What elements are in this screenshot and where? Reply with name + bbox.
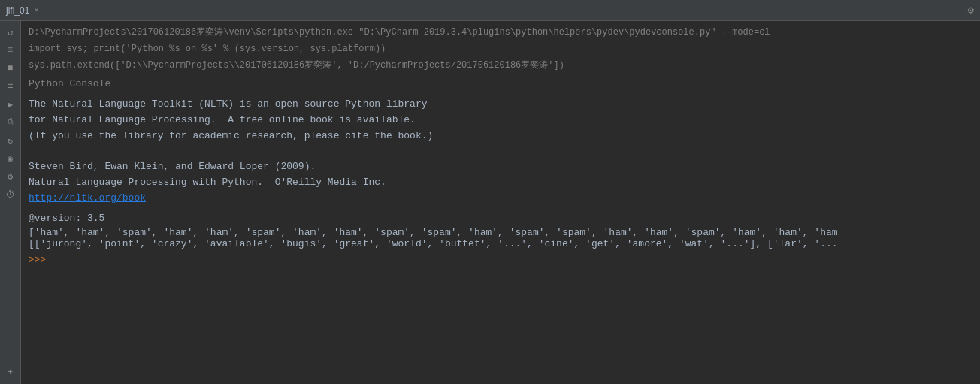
stop-icon[interactable]: ■ — [2, 60, 20, 77]
title-bar: jlfl_01 × ⚙ — [0, 0, 980, 21]
list-icon[interactable]: ≡ — [2, 42, 20, 59]
tab-area: jlfl_01 × — [6, 5, 39, 16]
import-line: import sys; print('Python %s on %s' % (s… — [29, 42, 972, 56]
console-area[interactable]: D:\PycharmProjects\201706120186罗奕涛\venv\… — [21, 21, 980, 384]
data-line-2: [['jurong', 'point', 'crazy', 'available… — [29, 238, 972, 249]
version-line: @version: 3.5 — [29, 211, 972, 227]
nltk-output-text: The Natural Language Toolkit (NLTK) is a… — [29, 97, 972, 191]
data-line-1: ['ham', 'ham', 'spam', 'ham', 'ham', 'sp… — [29, 227, 972, 238]
add-icon[interactable]: + — [2, 364, 20, 381]
command-line: D:\PycharmProjects\201706120186罗奕涛\venv\… — [29, 26, 972, 39]
print-icon[interactable]: ⎙ — [2, 114, 20, 131]
link-line: http://nltk.org/book — [29, 192, 972, 204]
lines-icon[interactable]: ≣ — [2, 78, 20, 95]
left-toolbar-primary: ↺ ≡ ■ ≣ ▶ ⎙ ↻ ◉ ⚙ ⏱ + — [0, 21, 21, 384]
refresh-icon[interactable]: ↻ — [2, 132, 20, 149]
console-prompt[interactable]: >>> — [29, 254, 972, 265]
nltk-link[interactable]: http://nltk.org/book — [29, 192, 146, 204]
console-title: Python Console — [29, 78, 972, 89]
gear-icon[interactable]: ⚙ — [968, 4, 974, 17]
rerun-icon[interactable]: ↺ — [2, 24, 20, 41]
settings-icon[interactable]: ⚙ — [2, 168, 20, 185]
tab-label[interactable]: jlfl_01 — [6, 5, 29, 16]
path-line: sys.path.extend(['D:\\PycharmProjects\\2… — [29, 59, 972, 72]
main-area: ↺ ≡ ■ ≣ ▶ ⎙ ↻ ◉ ⚙ ⏱ + D:\PycharmProjects… — [0, 21, 980, 384]
clock-icon[interactable]: ⏱ — [2, 186, 20, 203]
play-icon[interactable]: ▶ — [2, 96, 20, 113]
close-tab-button[interactable]: × — [34, 6, 39, 15]
watch-icon[interactable]: ◉ — [2, 150, 20, 167]
